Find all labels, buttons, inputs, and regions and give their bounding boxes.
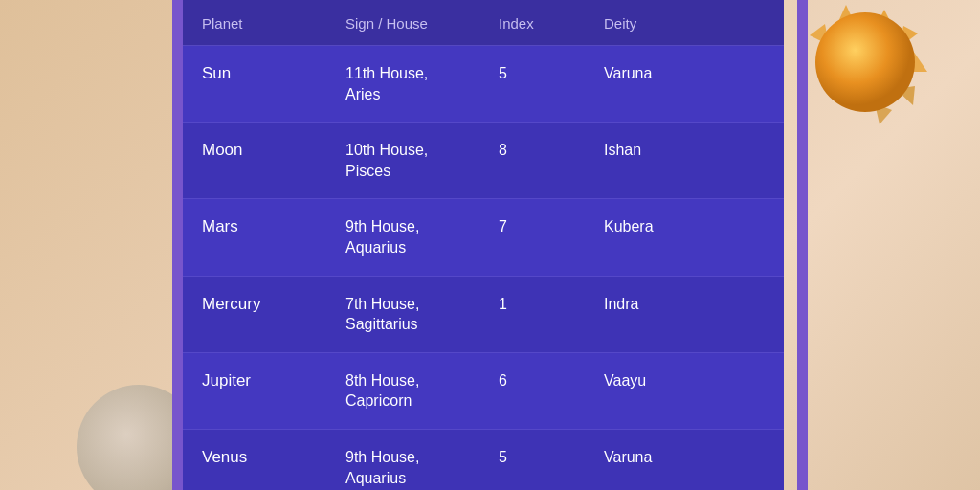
table-row: Sun 11th House,Aries 5 Varuna: [183, 46, 784, 122]
cell-index: 6: [479, 352, 585, 429]
sun-decoration: [789, 0, 961, 163]
cell-planet: Moon: [183, 122, 326, 199]
cell-index: 1: [479, 276, 585, 352]
table-header-row: Planet Sign / House Index Deity: [183, 0, 784, 46]
cell-planet: Sun: [183, 46, 326, 122]
cell-sign: 7th House,Sagittarius: [326, 276, 479, 352]
cell-index: 8: [479, 122, 585, 199]
cell-sign: 10th House,Pisces: [326, 122, 479, 199]
cell-deity: Kubera: [585, 199, 784, 276]
cell-index: 7: [479, 199, 585, 276]
table-row: Venus 9th House,Aquarius 5 Varuna: [183, 429, 784, 490]
cell-deity: Indra: [585, 276, 784, 352]
col-header-planet: Planet: [183, 0, 326, 46]
table-row: Mars 9th House,Aquarius 7 Kubera: [183, 199, 784, 276]
cell-sign: 9th House,Aquarius: [326, 429, 479, 490]
cell-planet: Jupiter: [183, 352, 326, 429]
col-header-index: Index: [479, 0, 585, 46]
planets-table: Planet Sign / House Index Deity Sun 11th…: [183, 0, 784, 490]
table-row: Moon 10th House,Pisces 8 Ishan: [183, 122, 784, 199]
cell-index: 5: [479, 429, 585, 490]
col-header-sign: Sign / House: [326, 0, 479, 46]
table-row: Mercury 7th House,Sagittarius 1 Indra: [183, 276, 784, 352]
cell-sign: 11th House,Aries: [326, 46, 479, 122]
svg-point-7: [815, 12, 915, 112]
cell-planet: Venus: [183, 429, 326, 490]
cell-deity: Vaayu: [585, 352, 784, 429]
cell-planet: Mars: [183, 199, 326, 276]
main-table-container: Planet Sign / House Index Deity Sun 11th…: [183, 0, 784, 490]
cell-planet: Mercury: [183, 276, 326, 352]
cell-deity: Varuna: [585, 46, 784, 122]
cell-sign: 9th House,Aquarius: [326, 199, 479, 276]
left-border-bar: [172, 0, 183, 490]
table-row: Jupiter 8th House,Capricorn 6 Vaayu: [183, 352, 784, 429]
cell-deity: Varuna: [585, 429, 784, 490]
right-border-bar: [797, 0, 808, 490]
cell-index: 5: [479, 46, 585, 122]
cell-deity: Ishan: [585, 122, 784, 199]
cell-sign: 8th House,Capricorn: [326, 352, 479, 429]
col-header-deity: Deity: [585, 0, 784, 46]
